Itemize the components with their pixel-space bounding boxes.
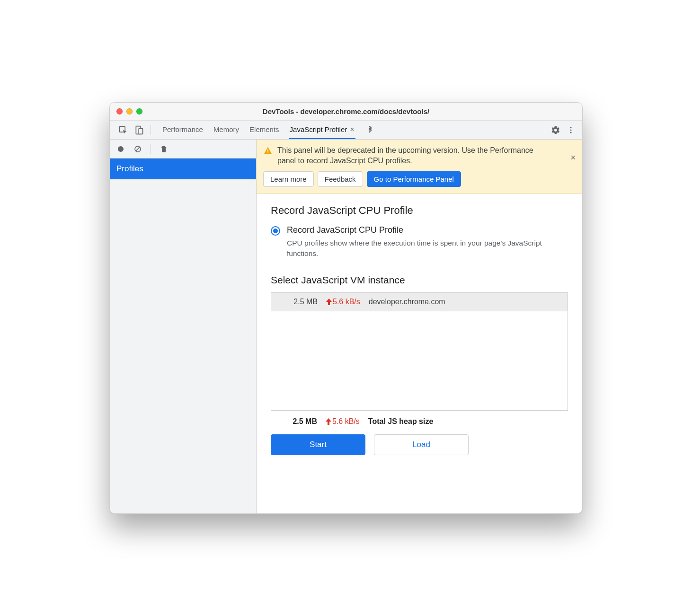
tab-performance[interactable]: Performance bbox=[161, 121, 204, 139]
close-window-button[interactable] bbox=[116, 108, 123, 114]
svg-point-4 bbox=[570, 129, 572, 131]
tab-elements[interactable]: Elements bbox=[248, 121, 280, 139]
svg-line-8 bbox=[136, 147, 140, 151]
svg-rect-2 bbox=[139, 128, 142, 134]
divider bbox=[545, 125, 545, 135]
divider bbox=[151, 144, 151, 154]
vm-instance-list: 2.5 MB 5.6 kB/s developer.chrome.com bbox=[271, 292, 568, 411]
vm-instance-row[interactable]: 2.5 MB 5.6 kB/s developer.chrome.com bbox=[271, 293, 568, 311]
heap-summary: 2.5 MB 5.6 kB/s Total JS heap size bbox=[271, 411, 568, 426]
vm-heap-rate: 5.6 kB/s bbox=[326, 298, 360, 306]
inspect-element-icon[interactable] bbox=[116, 123, 130, 137]
close-tab-icon[interactable]: × bbox=[350, 125, 354, 134]
tabstrip: Performance Memory Elements JavaScript P… bbox=[110, 121, 582, 140]
sidebar-item-profiles[interactable]: Profiles bbox=[110, 158, 256, 179]
svg-rect-9 bbox=[267, 150, 268, 152]
radio-label: Record JavaScript CPU Profile bbox=[287, 225, 552, 235]
vm-host: developer.chrome.com bbox=[369, 298, 445, 306]
main-panel: This panel will be deprecated in the upc… bbox=[257, 140, 582, 513]
sidebar-toolbar bbox=[110, 140, 256, 158]
learn-more-button[interactable]: Learn more bbox=[263, 171, 314, 187]
settings-icon[interactable] bbox=[549, 123, 562, 137]
tab-memory[interactable]: Memory bbox=[213, 121, 240, 139]
sidebar: Profiles bbox=[110, 140, 257, 513]
svg-rect-10 bbox=[267, 152, 268, 153]
vm-heap-size: 2.5 MB bbox=[280, 298, 318, 306]
svg-point-5 bbox=[570, 132, 572, 133]
minimize-window-button[interactable] bbox=[126, 108, 133, 114]
goto-performance-button[interactable]: Go to Performance Panel bbox=[367, 171, 461, 187]
more-tabs-icon[interactable] bbox=[364, 123, 377, 137]
svg-point-6 bbox=[118, 146, 124, 152]
load-button[interactable]: Load bbox=[374, 434, 469, 455]
kebab-menu-icon[interactable] bbox=[564, 123, 577, 137]
divider bbox=[151, 125, 151, 135]
deprecation-banner: This panel will be deprecated in the upc… bbox=[257, 140, 582, 194]
warning-icon bbox=[263, 146, 273, 156]
total-heap-label: Total JS heap size bbox=[368, 417, 434, 426]
record-icon[interactable] bbox=[115, 143, 127, 155]
titlebar: DevTools - developer.chrome.com/docs/dev… bbox=[110, 103, 582, 121]
section-heading-record: Record JavaScript CPU Profile bbox=[271, 204, 568, 217]
start-button[interactable]: Start bbox=[271, 434, 365, 455]
clear-icon[interactable] bbox=[132, 143, 144, 155]
feedback-button[interactable]: Feedback bbox=[318, 171, 363, 187]
arrow-up-icon bbox=[326, 299, 332, 305]
section-heading-vm: Select JavaScript VM instance bbox=[271, 274, 568, 286]
total-heap-rate: 5.6 kB/s bbox=[326, 417, 360, 426]
profile-type-radio[interactable] bbox=[271, 226, 280, 236]
radio-description: CPU profiles show where the execution ti… bbox=[287, 238, 552, 259]
tab-javascript-profiler[interactable]: JavaScript Profiler × bbox=[289, 121, 355, 139]
close-icon[interactable]: × bbox=[570, 153, 576, 163]
maximize-window-button[interactable] bbox=[136, 108, 142, 114]
svg-point-3 bbox=[570, 127, 572, 128]
sidebar-item-label: Profiles bbox=[116, 164, 143, 173]
window-controls bbox=[116, 108, 142, 114]
delete-icon[interactable] bbox=[158, 143, 170, 155]
banner-text: This panel will be deprecated in the upc… bbox=[277, 145, 542, 167]
device-toolbar-icon[interactable] bbox=[133, 123, 146, 137]
total-heap-size: 2.5 MB bbox=[279, 417, 317, 426]
devtools-window: DevTools - developer.chrome.com/docs/dev… bbox=[109, 102, 583, 514]
arrow-up-icon bbox=[326, 418, 331, 425]
window-title: DevTools - developer.chrome.com/docs/dev… bbox=[110, 107, 582, 115]
